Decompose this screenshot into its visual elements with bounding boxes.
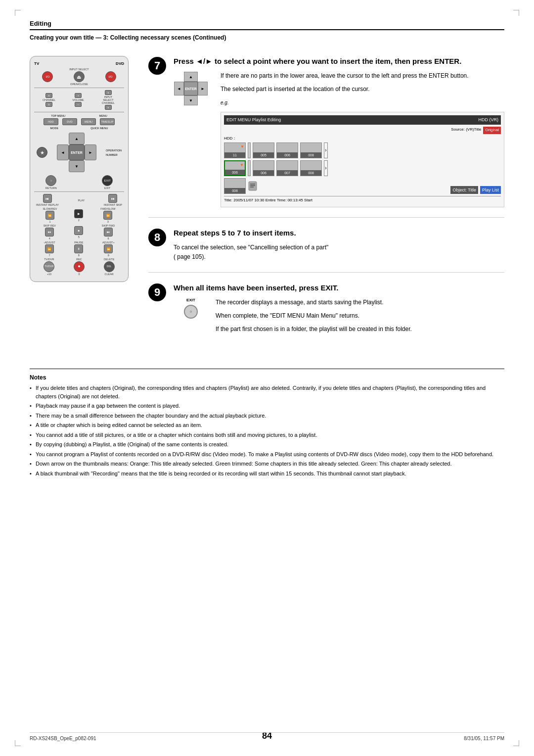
thumb-006a-num: 006 [277,152,298,158]
pause-transport: PAUSE ⏸ 8 [74,241,83,257]
instructions-panel: 7 Press ◄/► to select a point where you … [148,56,504,354]
ec-left[interactable]: ◄ [174,82,184,95]
step9-text2: When complete, the "EDIT MENU Main Menu"… [216,311,504,321]
slow-rev-transport: SLOW/REV ⏪ 1 [43,207,57,223]
num4-label: 4 [49,237,50,240]
tv-dvr-btn[interactable]: TV/DVR [44,261,54,272]
skip-rev-btn[interactable]: ⏮ [45,228,54,236]
step8-text2: ( page 105). [174,252,504,262]
num1-label: 1 [49,220,50,223]
num6-label: 6 [108,237,109,240]
channel-down-btn[interactable]: ∨ [45,102,52,107]
channel-up-btn[interactable]: ∧ [45,93,52,98]
exit-circle-btn[interactable]: ○ [184,305,198,319]
num7-label: 7 [48,254,50,257]
object-title-label: Object: Title [450,186,478,194]
thumb-007: 007 [276,160,298,176]
pause-row: -ADJUST ⏪ 7 PAUSE ⏸ 8 ADJUST+ ⏩ 9 [34,241,124,257]
stop-btn[interactable]: ■ [74,226,83,235]
dvd-btn[interactable]: DVD [62,118,77,125]
input-channel-buttons: ∧ INPUT SELECT CHANNEL ∨ [101,90,116,110]
input-ch-up-btn[interactable]: ∧ [105,90,112,95]
notes-item-7: Down arrow on the thumbnails means: Oran… [30,460,504,468]
volume-up-btn[interactable]: + [75,93,82,98]
instant-replay-btn[interactable]: ⏮ [43,194,52,203]
hdd-btn[interactable]: HDD [44,118,58,125]
ec-center[interactable]: ENTER [184,82,198,95]
delete-transport: DELETE DEL CLEAR [104,258,115,276]
enter-btn[interactable]: ENTER [69,144,85,160]
operation-label: OPERATION [106,149,122,152]
nav-left-btn[interactable]: ◄ [57,144,69,160]
step7-body: ▲ ◄ ENTER ► ▼ If there are no parts in t… [174,71,504,207]
nav-down-btn[interactable]: ▼ [69,160,85,172]
step8-title: Repeat steps 5 to 7 to insert items. [174,228,504,238]
step7-content: Press ◄/► to select a point where you wa… [174,56,504,207]
exit-diagram: EXIT ○ [174,298,208,334]
step9-body: EXIT ○ The recorder displays a message, … [174,298,504,334]
page-footer: RD-XS24SB_OpeE_p082-091 8/31/05, 11:57 P… [30,732,504,741]
num9-label: 9 [108,254,109,257]
ec-down[interactable]: ▼ [184,95,198,105]
playlist-icon [248,181,258,191]
top-button-row: I/O INPUT SELECT ⏏ OPEN/CLOSE I/O [34,68,124,86]
source-label: Source: (VR)Title [451,127,481,134]
instant-skip-btn[interactable]: ⏭ [108,194,117,203]
volume-label: VOLUME [73,98,84,101]
thumb-008a-num: 008 [301,152,321,158]
ec-up[interactable]: ▲ [184,72,198,82]
adjust-minus-btn[interactable]: ⏪ [45,244,54,253]
exit-nav-btn[interactable]: EXIT [102,175,113,186]
notes-item-3: A title or chapter which is being edited… [30,421,504,429]
slow-rev-btn[interactable]: ⏪ [45,211,54,220]
nav-area: ★ ▲ ◄ ENTER ► ▼ OPERATION NUMBER [34,131,124,174]
page-subtitle: Creating your own title — 3: Collecting … [30,34,504,41]
menu-btn[interactable]: MENU [81,118,96,125]
adjust-plus-btn[interactable]: ⏩ [104,244,113,253]
notes-item-2: There may be a small difference between … [30,412,504,420]
top-menu-label-row: TOP MENU MENU [34,114,124,117]
skip-fwd-btn[interactable]: ⏭ [104,228,113,236]
nav-up-btn[interactable]: ▲ [69,133,85,144]
channel-buttons: ∧ CHANNEL ∨ [43,93,55,107]
thumb-arrow-right: › [324,142,328,158]
top-menu-label: TOP MENU [51,114,65,117]
instant-row: ⏮ INSTANT REPLAY PLAY ⏭ INSTANT SKIP [34,194,124,206]
mode-star-btn[interactable]: ★ [37,147,47,158]
notes-list: If you delete titles and chapters (Origi… [30,384,504,477]
clear-label: CLEAR [104,273,113,276]
side-labels: OPERATION NUMBER [106,149,122,156]
timeslip-btn[interactable]: TIMESLIP [100,118,115,125]
step7-text: If there are no parts in the lower area,… [221,71,504,207]
instant-replay-label: INSTANT REPLAY [36,203,59,206]
play-btn[interactable]: ▶ [74,209,83,218]
section-header: Editing [30,20,504,30]
step8-number: 8 [148,229,166,246]
num2-label: 2 [78,219,80,222]
open-close-label: OPEN/CLOSE [70,83,88,86]
notes-item-5: By copying (dubbing) a Playlist, a title… [30,440,504,449]
num10-label: +10 [47,273,51,276]
footer-left: RD-XS24SB_OpeE_p082-091 [30,736,96,741]
thumb-arrow-right2: › [324,160,328,176]
power-btn-left[interactable]: I/O [42,71,53,82]
fwd-slow-btn[interactable]: ⏩ [103,211,112,220]
open-close-btn[interactable]: ⏏ [74,71,85,82]
ec-right[interactable]: ► [198,82,208,95]
screenshot-footer-text: Title: 2005/11/07 10:30 Entire Time: 00:… [224,197,312,204]
obj-labels: Object: Title Play List [260,178,501,194]
power-btn-right[interactable]: I/O [105,71,116,82]
thumb-006b: 006 [224,160,246,176]
num8-label: 8 [78,254,80,257]
delete-btn[interactable]: DEL [104,261,115,272]
skip-fwd-transport: SKIP FWD ⏭ 6 [102,224,115,240]
nav-right-btn[interactable]: ► [85,144,96,160]
nav-cross: ▲ ◄ ENTER ► ▼ [57,133,96,172]
volume-down-btn[interactable]: − [75,102,82,107]
rec-btn[interactable]: ● [74,261,85,272]
corner-mark-bl [15,740,21,746]
footer-right: 8/31/05, 11:57 PM [464,736,504,741]
return-btn[interactable]: ○ [45,175,56,186]
input-ch-down-btn[interactable]: ∨ [105,105,112,110]
pause-btn[interactable]: ⏸ [74,244,83,253]
